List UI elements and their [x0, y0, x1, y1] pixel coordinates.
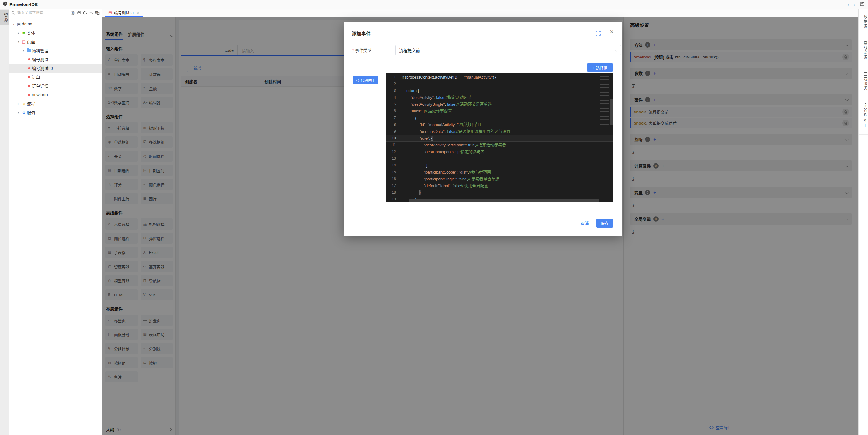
cancel-button[interactable]: 取消	[579, 220, 591, 226]
close-icon[interactable]: ×	[610, 29, 614, 35]
right-strip-tab-数据源[interactable]: 数据源	[859, 9, 868, 35]
tree-item-流程[interactable]: ▸◈流程	[9, 99, 102, 108]
tree-item-物料管理[interactable]: ▸物料管理	[9, 46, 102, 55]
tree-item-订单详情[interactable]: 订单详情	[9, 81, 102, 90]
tree-item-label: 订单	[32, 74, 40, 80]
fullscreen-icon[interactable]	[596, 31, 601, 37]
code-line: 9 "useLinkData": false,//是否使用流程配置的环节设置	[386, 128, 613, 135]
code-assistant-button[interactable]: ◎代码助手	[353, 76, 378, 85]
line-content: ],	[402, 162, 428, 169]
code-line: 8 "id": "manualActivity1",//后续环节id	[386, 121, 613, 128]
page-dot-icon	[26, 94, 32, 96]
line-content: }	[402, 189, 421, 196]
line-number: 13	[386, 155, 402, 162]
code-line: 2	[386, 80, 613, 87]
line-number: 10	[386, 135, 402, 142]
tab-编号测试LJ[interactable]: ▤ 编号测试LJ ×	[105, 9, 143, 17]
line-content: "rule": {	[402, 135, 433, 142]
line-content: {	[402, 114, 416, 121]
event-type-value: 流程提交前	[399, 47, 420, 53]
folder-icon	[26, 49, 32, 53]
tree-caret-icon[interactable]: ▾	[11, 23, 16, 26]
tree-item-页面[interactable]: ▾▤页面	[9, 37, 102, 46]
tree-item-订单[interactable]: 订单	[9, 73, 102, 81]
tree-item-编号测试LJ[interactable]: 编号测试LJ	[9, 64, 102, 73]
primeton-ide-window: Primeton-IDE ‹ › 资源 AI	[0, 0, 868, 435]
tree-item-实体[interactable]: ▸≣实体	[9, 28, 102, 37]
event-type-label: *事件类型	[352, 47, 371, 53]
flow-icon: ◈	[21, 102, 27, 106]
resources-vertical-tab[interactable]: 资源	[0, 10, 8, 25]
code-line: 6 "links": [// 后续环节配置	[386, 108, 613, 114]
line-content: "destParticipants": [//指定的参与者	[402, 148, 485, 155]
line-number: 18	[386, 189, 402, 196]
event-type-select[interactable]: 流程提交前	[395, 45, 621, 56]
svg-text:AI: AI	[71, 12, 73, 14]
model-cube-icon[interactable]	[76, 10, 81, 15]
editor-vertical-scrollbar[interactable]	[610, 99, 613, 125]
line-number: 11	[386, 142, 402, 148]
line-content: "id": "manualActivity1",//后续环节id	[402, 121, 481, 128]
plus-icon: +	[593, 66, 595, 70]
dialog-footer: 取消 保存	[579, 219, 613, 228]
code-line: 16 "participantSingle": false,// 参与者是否单选	[386, 176, 613, 182]
line-content: "defaultGlobal": false// 使用全局配置	[402, 182, 488, 189]
tree-item-label: 编号测试	[32, 56, 49, 62]
line-number: 3	[386, 87, 402, 94]
right-strip-tab-命名Sql[interactable]: 命名Sql	[859, 97, 868, 135]
code-editor[interactable]: 1if (processContext.activityDefID == "ma…	[386, 73, 613, 202]
tab-close-icon[interactable]: ×	[137, 10, 139, 15]
pkg-icon: ▣	[16, 22, 22, 26]
line-content: return {	[402, 87, 419, 94]
line-content: "destActivity": false,//指定活动环节	[402, 94, 471, 101]
pick-value-button[interactable]: +选择值	[587, 63, 613, 72]
explorer-search-row: AI tra	[9, 9, 102, 17]
tree-item-newform[interactable]: newform	[9, 90, 102, 99]
tree-item-label: newform	[32, 92, 48, 97]
tree-item-label: demo	[22, 22, 32, 26]
outline-list-icon[interactable]	[89, 10, 94, 15]
right-strip-tab-离线资源[interactable]: 离线资源	[859, 35, 868, 66]
code-line: 15 "participantScope": "dist",//参与者范围	[386, 169, 613, 176]
code-line: 1if (processContext.activityDefID == "ma…	[386, 74, 613, 80]
tree-caret-icon[interactable]: ▸	[16, 102, 21, 105]
save-button[interactable]: 保存	[596, 219, 613, 228]
forward-icon[interactable]: ›	[854, 2, 855, 7]
search-input[interactable]	[17, 11, 69, 15]
required-asterisk: *	[352, 48, 354, 53]
line-content: "destActivitySingle": false,// 活动环节是否单选	[402, 101, 492, 108]
event-type-row: *事件类型 流程提交前	[352, 47, 613, 53]
tree-item-服务[interactable]: ▸⚙服务	[9, 108, 102, 117]
code-line: 11 "destActivityParticipant": true,//指定活…	[386, 142, 613, 148]
back-icon[interactable]: ‹	[847, 2, 849, 7]
tree-caret-icon[interactable]: ▾	[16, 40, 21, 43]
tree-caret-icon[interactable]: ▸	[16, 111, 21, 114]
editor-minimap[interactable]	[600, 74, 609, 126]
line-content: "links": [// 后续环节配置	[402, 108, 452, 114]
line-number: 17	[386, 182, 402, 189]
save-icon[interactable]	[860, 1, 864, 7]
add-event-dialog: 添加事件 × *事件类型 流程提交前 +选择值 ◎代码助手 1if (proce…	[344, 22, 622, 236]
tree-caret-icon[interactable]: ▸	[16, 31, 21, 35]
editor-horizontal-scrollbar[interactable]	[409, 199, 599, 202]
app-logo-icon	[3, 1, 7, 7]
tree-item-demo[interactable]: ▾▣demo	[9, 20, 102, 28]
tree-item-编号测试[interactable]: 编号测试	[9, 55, 102, 64]
ai-assistant-icon[interactable]: AI	[70, 10, 75, 15]
tree-item-label: 订单详情	[32, 83, 49, 89]
code-line: 5 "destActivitySingle": false,// 活动环节是否单…	[386, 101, 613, 108]
code-line: 7 {	[386, 114, 613, 121]
app-title: Primeton-IDE	[9, 2, 37, 7]
right-strip-tab-三方服务[interactable]: 三方服务	[859, 66, 868, 97]
line-number: 5	[386, 101, 402, 108]
refresh-icon[interactable]	[83, 10, 88, 15]
code-line: 18 }	[386, 189, 613, 196]
line-number: 19	[386, 196, 402, 202]
line-number: 2	[386, 80, 402, 87]
code-line: 12 "destParticipants": [//指定的参与者	[386, 148, 613, 155]
code-lines: 1if (processContext.activityDefID == "ma…	[386, 73, 613, 202]
db-icon: ≣	[21, 31, 27, 35]
code-line: 13	[386, 155, 613, 162]
translate-icon[interactable]: tra	[95, 10, 100, 15]
tree-caret-icon[interactable]: ▸	[21, 49, 26, 52]
